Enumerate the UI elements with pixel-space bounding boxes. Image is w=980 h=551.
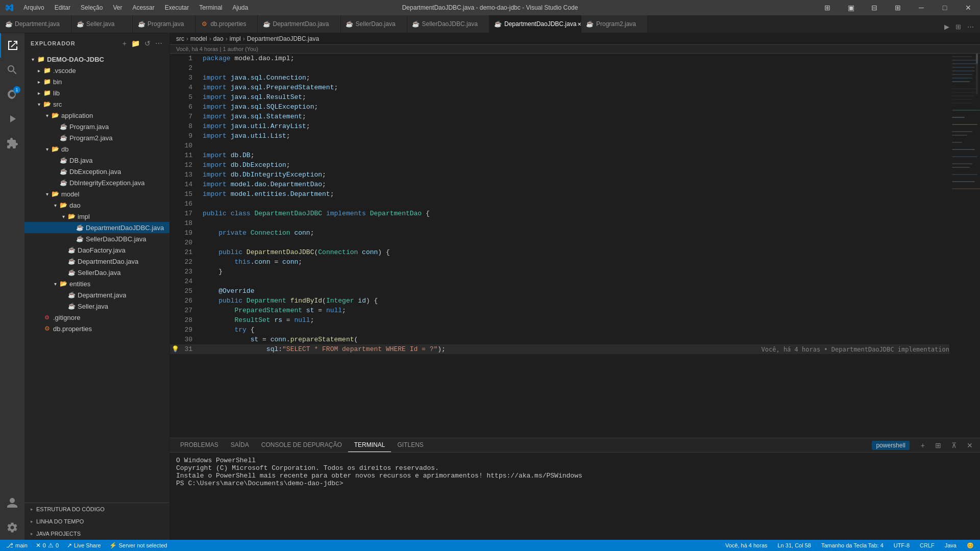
close-button[interactable]: ✕	[957, 0, 980, 15]
activity-account[interactable]	[0, 491, 24, 515]
tree-item-application[interactable]: ▾ 📂 application	[24, 110, 169, 121]
window-layout-btn2[interactable]: ▣	[839, 0, 863, 15]
more-actions-button[interactable]: ⋯	[965, 21, 976, 33]
close-panel-button[interactable]: ✕	[964, 440, 976, 450]
status-tab-size[interactable]: Tamanho da Tecla Tab: 4	[819, 540, 886, 551]
tree-item-entities[interactable]: ▾ 📂 entities	[24, 278, 169, 289]
breadcrumb-src[interactable]: src	[176, 35, 184, 42]
activity-extensions[interactable]	[0, 131, 24, 156]
status-errors[interactable]: ✕ 0 ⚠ 0	[34, 540, 61, 551]
run-button[interactable]: ▶	[942, 21, 951, 33]
tree-item-lib[interactable]: ▸ 📁 lib	[24, 87, 169, 98]
tree-item-departmentdao[interactable]: ☕ DepartmentDao.java	[24, 256, 169, 267]
tab-departmentdao-java[interactable]: ☕ DepartmentDao.java ✕	[258, 15, 340, 33]
tree-item-departmentdaojdbc[interactable]: ☕ DepartmentDaoJDBC.java	[24, 222, 169, 233]
refresh-button[interactable]: ↺	[143, 38, 152, 48]
tree-item-db[interactable]: ▾ 📂 db	[24, 143, 169, 155]
activity-search[interactable]	[0, 58, 24, 82]
tab-db-properties[interactable]: ⚙ db.properties ✕	[195, 15, 258, 33]
tree-item-seller[interactable]: ☕ Seller.java	[24, 300, 169, 312]
menu-arquivo[interactable]: Arquivo	[18, 0, 50, 15]
tab-program-java[interactable]: ☕ Program.java ✕	[133, 15, 195, 33]
tab-department-java[interactable]: ☕ Department.java ✕	[0, 15, 71, 33]
status-line-ending[interactable]: CRLF	[918, 540, 937, 551]
activity-settings[interactable]	[0, 515, 24, 540]
activity-explorer[interactable]	[0, 33, 24, 58]
minimize-button[interactable]: ─	[910, 0, 933, 15]
status-encoding[interactable]: UTF-8	[892, 540, 912, 551]
tree-item-impl[interactable]: ▾ 📂 impl	[24, 211, 169, 222]
editor-and-minimap: 1 package model.dao.impl; 2 3 import jav…	[170, 54, 980, 438]
timeline-section[interactable]: ▸ LINHA DO TEMPO	[24, 515, 169, 528]
status-position[interactable]: Ln 31, Col 58	[776, 540, 813, 551]
menu-ajuda[interactable]: Ajuda	[228, 0, 254, 15]
window-layout-btn3[interactable]: ⊟	[863, 0, 886, 15]
tree-item-sellerdaojdbc[interactable]: ☕ SellerDaoJDBC.java	[24, 233, 169, 244]
menu-terminal[interactable]: Terminal	[194, 0, 227, 15]
window-layout-btn4[interactable]: ⊞	[886, 0, 910, 15]
tree-item-program2-java[interactable]: ☕ Program2.java	[24, 132, 169, 143]
tree-item-db-java[interactable]: ☕ DB.java	[24, 155, 169, 166]
tab-departmentdaojdbc-java[interactable]: ☕ DepartmentDaoJDBC.java ✕	[489, 15, 581, 33]
tree-item-db-properties[interactable]: ⚙ db.properties	[24, 323, 169, 334]
status-live-share[interactable]: ↗ Live Share	[65, 540, 103, 551]
java-projects-section[interactable]: ▸ JAVA PROJECTS	[24, 528, 169, 540]
tree-item-model[interactable]: ▾ 📂 model	[24, 188, 169, 199]
panel-tab-terminal[interactable]: TERMINAL	[348, 438, 391, 452]
status-server[interactable]: ⚡ Server not selected	[107, 540, 169, 551]
tab-sellerdaojdbc-java[interactable]: ☕ SellerDaoJDBC.java ✕	[407, 15, 489, 33]
menu-selecao[interactable]: Seleção	[76, 0, 108, 15]
tree-item-sellerdao[interactable]: ☕ SellerDao.java	[24, 267, 169, 278]
split-terminal-button[interactable]: ⊞	[932, 440, 944, 450]
menu-executar[interactable]: Executar	[160, 0, 194, 15]
collapse-all-button[interactable]: ⋯	[154, 38, 163, 48]
tree-item-bin[interactable]: ▸ 📁 bin	[24, 76, 169, 87]
menu-ver[interactable]: Ver	[108, 0, 127, 15]
tree-item-gitignore[interactable]: ⚙ .gitignore	[24, 312, 169, 323]
activity-run[interactable]	[0, 107, 24, 131]
panel-tab-saida[interactable]: SAÍDA	[225, 438, 255, 452]
tree-item-program-java[interactable]: ☕ Program.java	[24, 121, 169, 132]
breadcrumb-impl[interactable]: impl	[230, 35, 241, 42]
maximize-button[interactable]: □	[933, 0, 957, 15]
tree-item-dao[interactable]: ▾ 📂 dao	[24, 199, 169, 211]
breadcrumb-model[interactable]: model	[190, 35, 207, 42]
new-terminal-button[interactable]: +	[918, 440, 928, 450]
tab-program2-java[interactable]: ☕ Program2.java ✕	[581, 15, 648, 33]
breadcrumb-dao[interactable]: dao	[213, 35, 224, 42]
window-layout-btn[interactable]: ⊞	[816, 0, 839, 15]
tree-item-dbintegrity-java[interactable]: ☕ DbIntegrityException.java	[24, 177, 169, 188]
menu-acessar[interactable]: Acessar	[127, 0, 159, 15]
structure-section[interactable]: ▸ ESTRUTURA DO CÓDIGO	[24, 503, 169, 515]
menu-editar[interactable]: Editar	[50, 0, 76, 15]
terminal-content[interactable]: O Windows PowerShell Copyright (C) Micro…	[170, 453, 980, 540]
panel-tab-debug[interactable]: CONSOLE DE DEPURAÇÃO	[255, 438, 348, 452]
window-title: DepartmentDaoJDBC.java - demo-dao-jdbc -…	[402, 4, 578, 11]
tree-item-dbexception-java[interactable]: ☕ DbException.java	[24, 166, 169, 177]
panel-tab-problemas[interactable]: PROBLEMAS	[174, 438, 225, 452]
code-line: 3 import java.sql.Connection;	[170, 73, 949, 83]
status-language[interactable]: Java	[943, 540, 959, 551]
new-file-button[interactable]: +	[121, 38, 128, 48]
java-file-icon: ☕	[138, 20, 145, 28]
tree-item-department[interactable]: ☕ Department.java	[24, 289, 169, 300]
editor-container: src › model › dao › impl › DepartmentDao…	[170, 33, 980, 540]
tree-item-vscode[interactable]: ▸ 📁 .vscode	[24, 65, 169, 76]
run-debug-icon	[6, 113, 18, 125]
new-folder-button[interactable]: 📁	[130, 38, 141, 48]
activity-source-control[interactable]: 1	[0, 82, 24, 107]
panel-tab-gitlens[interactable]: GITLENS	[391, 438, 429, 452]
tree-item-daofactory[interactable]: ☕ DaoFactory.java	[24, 244, 169, 256]
breadcrumb-file[interactable]: DepartmentDaoJDBC.java	[247, 35, 319, 42]
tab-sellerdao-java[interactable]: ☕ SellerDao.java ✕	[341, 15, 407, 33]
status-branch[interactable]: ⎇ main	[4, 540, 30, 551]
code-editor[interactable]: 1 package model.dao.impl; 2 3 import jav…	[170, 54, 949, 438]
maximize-panel-button[interactable]: ⊼	[948, 440, 960, 450]
tree-item-src[interactable]: ▾ 📂 src	[24, 98, 169, 110]
tree-item-label: Department.java	[78, 291, 126, 299]
status-timestamp[interactable]: Você, há 4 horas	[723, 540, 770, 551]
tree-root[interactable]: ▾ 📁 DEMO-DAO-JDBC	[24, 54, 169, 65]
status-feedback[interactable]: 😊	[965, 540, 976, 551]
tab-seller-java[interactable]: ☕ Seller.java ✕	[71, 15, 133, 33]
split-editor-button[interactable]: ⊞	[953, 21, 963, 33]
